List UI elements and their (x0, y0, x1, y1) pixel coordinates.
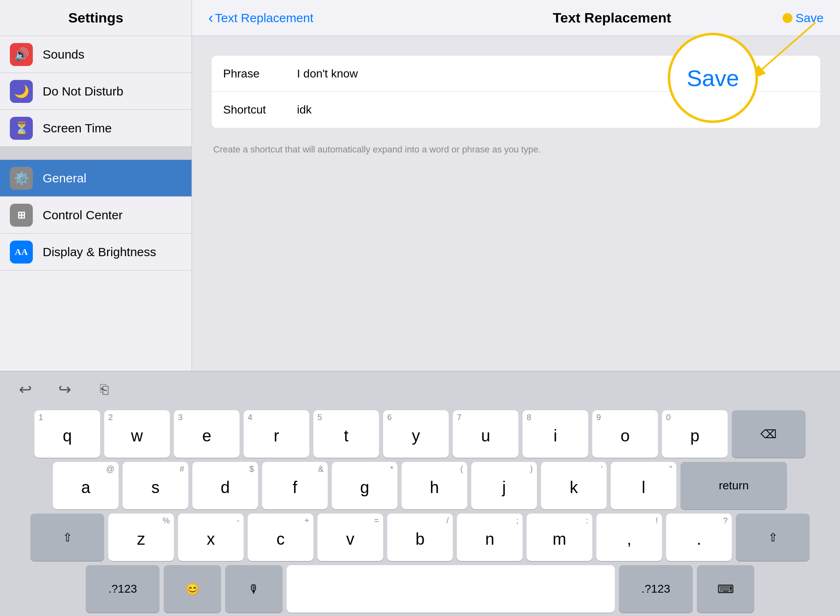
numbers-right-icon: .?123 (641, 582, 670, 596)
shift-left-key[interactable]: ⇧ (30, 514, 104, 561)
backspace-key[interactable]: ⌫ (732, 410, 806, 458)
numbers-left-icon: .?123 (108, 582, 137, 596)
sidebar-item-general[interactable]: ⚙️ General (0, 160, 192, 197)
sidebar-item-do-not-disturb[interactable]: 🌙 Do Not Disturb (0, 73, 192, 110)
key-k[interactable]: 'k (541, 462, 607, 509)
backspace-icon: ⌫ (760, 427, 777, 441)
sidebar-item-control-center[interactable]: ⊞ Control Center (0, 197, 192, 234)
hint-text: Create a shortcut that will automaticall… (202, 138, 830, 161)
sidebar-title: Settings (68, 10, 123, 26)
screen-time-label: Screen Time (43, 121, 112, 135)
keyboard-row-3: ⇧ %z -x +c =v /b ;n :m !, ?. ⇧ (5, 514, 835, 561)
key-h[interactable]: (h (402, 462, 467, 509)
undo-icon: ↩ (19, 380, 32, 398)
phrase-row: Phrase I don't know (212, 56, 820, 92)
key-q[interactable]: 1q (34, 410, 100, 458)
phrase-label: Phrase (223, 67, 297, 80)
key-i[interactable]: 8i (523, 410, 588, 458)
key-u[interactable]: 7u (453, 410, 518, 458)
key-r[interactable]: 4r (244, 410, 309, 458)
keyboard-row-1: 1q 2w 3e 4r 5t 6y 7u 8i 9o 0p ⌫ (5, 410, 835, 458)
return-icon: return (719, 479, 749, 492)
key-l[interactable]: "l (611, 462, 676, 509)
key-m[interactable]: :m (527, 514, 592, 561)
keyboard-section: ↩ ↪ ⎗ 1q 2w 3e 4r 5t 6y 7u 8i 9o 0p (0, 371, 840, 616)
display-brightness-label: Display & Brightness (43, 245, 156, 259)
sidebar-item-screen-time[interactable]: ⏳ Screen Time (0, 110, 192, 147)
paste-button[interactable]: ⎗ (91, 376, 117, 402)
back-label: Text Replacement (215, 11, 313, 25)
app-container: Settings 🔊 Sounds 🌙 Do Not Disturb ⏳ (0, 0, 840, 616)
key-b[interactable]: /b (387, 514, 453, 561)
key-a[interactable]: @a (53, 462, 119, 509)
emoji-key[interactable]: 😊 (164, 565, 221, 613)
space-key[interactable] (287, 565, 615, 613)
key-z[interactable]: %z (108, 514, 174, 561)
sounds-icon: 🔊 (10, 43, 33, 66)
key-x[interactable]: -x (178, 514, 244, 561)
paste-icon: ⎗ (100, 381, 108, 397)
sidebar-item-display-brightness[interactable]: AA Display & Brightness (0, 234, 192, 270)
numbers-right-key[interactable]: .?123 (619, 565, 693, 613)
sidebar-divider (0, 147, 192, 160)
back-arrow-icon: ‹ (208, 9, 213, 27)
undo-button[interactable]: ↩ (12, 376, 39, 402)
key-y[interactable]: 6y (383, 410, 449, 458)
key-g[interactable]: *g (332, 462, 397, 509)
shift-left-icon: ⇧ (63, 531, 72, 544)
yellow-dot-indicator (783, 13, 792, 23)
redo-button[interactable]: ↪ (52, 376, 78, 402)
screen-time-icon: ⏳ (10, 117, 33, 140)
back-button[interactable]: ‹ Text Replacement (208, 9, 313, 27)
detail-panel: ‹ Text Replacement Text Replacement Save… (192, 0, 840, 371)
shortcut-label: Shortcut (223, 103, 297, 116)
shortcut-row: Shortcut idk (212, 92, 820, 128)
key-o[interactable]: 9o (592, 410, 658, 458)
key-w[interactable]: 2w (104, 410, 170, 458)
sidebar-header: Settings (0, 0, 192, 36)
control-center-label: Control Center (43, 208, 123, 222)
do-not-disturb-icon: 🌙 (10, 80, 33, 103)
keyboard-toolbar: ↩ ↪ ⎗ (0, 371, 840, 407)
sounds-label: Sounds (43, 48, 84, 61)
key-d[interactable]: $d (192, 462, 258, 509)
top-section: Settings 🔊 Sounds 🌙 Do Not Disturb ⏳ (0, 0, 840, 371)
key-c[interactable]: +c (248, 514, 313, 561)
detail-content-area: Phrase I don't know Shortcut idk Create … (192, 36, 840, 171)
mic-icon: 🎙 (248, 582, 260, 596)
key-t[interactable]: 5t (313, 410, 379, 458)
do-not-disturb-label: Do Not Disturb (43, 84, 123, 98)
detail-header-right: Save (783, 11, 824, 25)
detail-header: ‹ Text Replacement Text Replacement Save (192, 0, 840, 36)
detail-title: Text Replacement (553, 10, 671, 25)
key-n[interactable]: ;n (457, 514, 523, 561)
sidebar: Settings 🔊 Sounds 🌙 Do Not Disturb ⏳ (0, 0, 192, 371)
sidebar-item-sounds[interactable]: 🔊 Sounds (0, 36, 192, 73)
numbers-left-key[interactable]: .?123 (86, 565, 160, 613)
key-v[interactable]: =v (317, 514, 383, 561)
key-e[interactable]: 3e (174, 410, 240, 458)
key-s[interactable]: #s (123, 462, 188, 509)
return-key[interactable]: return (680, 462, 787, 509)
general-label: General (43, 171, 87, 185)
save-button[interactable]: Save (796, 11, 824, 25)
keyboard-keys: 1q 2w 3e 4r 5t 6y 7u 8i 9o 0p ⌫ @a #s $d… (0, 407, 840, 616)
keyboard-row-2: @a #s $d &f *g (h )j 'k "l return (5, 462, 835, 509)
key-f[interactable]: &f (262, 462, 328, 509)
key-j[interactable]: )j (471, 462, 537, 509)
text-replacement-form: Phrase I don't know Shortcut idk (212, 56, 820, 128)
emoji-icon: 😊 (185, 582, 200, 596)
phrase-value[interactable]: I don't know (297, 67, 809, 80)
key-comma[interactable]: !, (596, 514, 662, 561)
redo-icon: ↪ (58, 380, 71, 398)
shortcut-value[interactable]: idk (297, 103, 809, 116)
keyboard-row-4: .?123 😊 🎙 .?123 ⌨ (5, 565, 835, 613)
keyboard-dismiss-key[interactable]: ⌨ (697, 565, 754, 613)
shift-right-key[interactable]: ⇧ (736, 514, 810, 561)
general-icon: ⚙️ (10, 167, 33, 190)
key-p[interactable]: 0p (662, 410, 728, 458)
key-period[interactable]: ?. (666, 514, 732, 561)
display-brightness-icon: AA (10, 241, 33, 264)
control-center-icon: ⊞ (10, 204, 33, 227)
mic-key[interactable]: 🎙 (225, 565, 283, 613)
